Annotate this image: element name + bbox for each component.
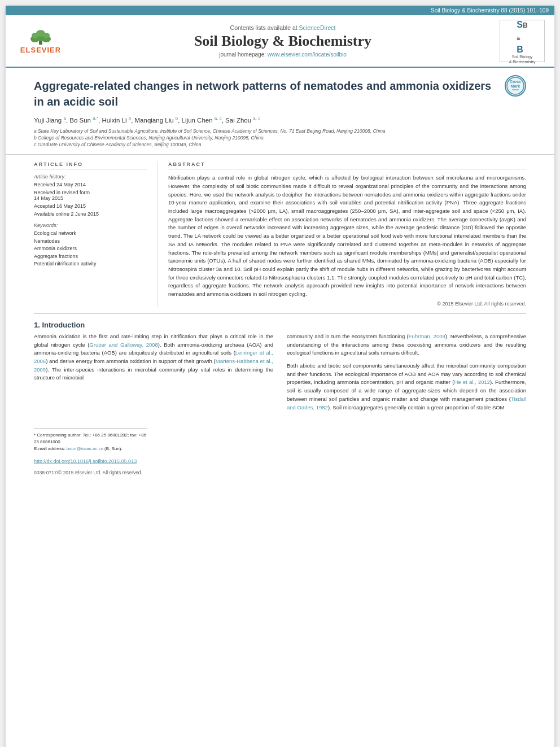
- ref-tisdall[interactable]: Tisdall and Oades, 1982: [287, 396, 526, 410]
- svg-text:Mark: Mark: [511, 84, 520, 88]
- doi-section: http://dx.doi.org/10.1016/j.soilbio.2015…: [34, 455, 526, 465]
- logo-letters: SB & B: [517, 18, 527, 55]
- issn-section: 0038-0717/© 2015 Elsevier Ltd. All right…: [34, 466, 526, 477]
- journal-title: Soil Biology & Biochemistry: [75, 32, 491, 50]
- doi-link[interactable]: http://dx.doi.org/10.1016/j.soilbio.2015…: [34, 458, 137, 464]
- contents-label: Contents lists available at: [230, 24, 298, 31]
- affiliation-b: b College of Resources and Environmental…: [34, 135, 499, 142]
- ref-he[interactable]: He et al., 2012: [454, 379, 490, 385]
- issn-text: 0038-0717/© 2015 Elsevier Ltd. All right…: [34, 470, 142, 475]
- sciencedirect-link[interactable]: ScienceDirect: [299, 24, 336, 31]
- received-date: Received 24 May 2014: [34, 182, 147, 187]
- footnote-divider: * Corresponding author. Tel.: +86 25 868…: [34, 429, 147, 452]
- intro-left-col: Ammonia oxidation is the first and rate-…: [34, 333, 280, 412]
- svg-point-6: [43, 33, 50, 38]
- ref-martens[interactable]: Martens-Habbena et al., 2009: [34, 358, 273, 373]
- elsevier-tree-icon: [24, 28, 58, 46]
- intro-section-title: 1. Introduction: [34, 321, 526, 329]
- footnote-corresponding: * Corresponding author. Tel.: +86 25 868…: [34, 432, 147, 445]
- copyright-line: © 2015 Elsevier Ltd. All rights reserved…: [168, 301, 526, 307]
- ref-fuhrman[interactable]: Fuhrman, 2009: [409, 333, 445, 339]
- article-title: Aggregate-related changes in network pat…: [34, 78, 499, 110]
- intro-body: Ammonia oxidation is the first and rate-…: [6, 333, 554, 412]
- article-header: Aggregate-related changes in network pat…: [6, 68, 554, 155]
- journal-citation: Soil Biology & Biochemistry 88 (2015) 10…: [431, 7, 549, 14]
- elsevier-branding: ELSEVIER: [12, 28, 69, 54]
- journal-logo-subtext: Soil Biology& Biochemistry: [509, 55, 536, 64]
- intro-para1: Ammonia oxidation is the first and rate-…: [34, 333, 273, 382]
- intro-right-col: community and in turn the ecosystem func…: [280, 333, 526, 412]
- journal-logo-box-container: SB & B Soil Biology& Biochemistry: [497, 20, 548, 62]
- crossmark-icon: Cross Mark: [505, 75, 526, 97]
- ref-gruber[interactable]: Gruber and Galloway, 2008: [89, 342, 158, 348]
- intro-para3: Both abiotic and biotic soil components …: [287, 362, 526, 412]
- crossmark-badge: Cross Mark: [505, 75, 526, 97]
- elsevier-logo-text: ELSEVIER: [20, 46, 61, 54]
- sciencedirect-link-line: Contents lists available at ScienceDirec…: [75, 24, 491, 31]
- section-divider: [34, 313, 526, 314]
- article-history-label: Article history:: [34, 174, 147, 180]
- email-link[interactable]: bsun@issas.ac.cn: [67, 446, 103, 451]
- authors-line: Yuji Jiang a, Bo Sun a,*, Huixin Li b, M…: [34, 115, 499, 125]
- accepted-date: Accepted 16 May 2015: [34, 203, 147, 209]
- affiliations: a State Key Laboratory of Soil and Susta…: [34, 128, 499, 148]
- abstract-label: Abstract: [168, 161, 526, 169]
- homepage-label: journal homepage:: [219, 51, 266, 58]
- affiliation-c: c Graduate University of Chinese Academy…: [34, 142, 499, 148]
- affiliation-a: a State Key Laboratory of Soil and Susta…: [34, 128, 499, 135]
- intro-section: 1. Introduction: [6, 321, 554, 329]
- article-info-abstract: Article Info Article history: Received 2…: [6, 161, 554, 307]
- svg-text:Cross: Cross: [510, 80, 521, 84]
- available-date: Available online 2 June 2015: [34, 211, 147, 217]
- abstract-col: Abstract Nitrification plays a central r…: [158, 161, 526, 307]
- homepage-line: journal homepage: www.elsevier.com/locat…: [75, 51, 491, 58]
- keywords-section: Keywords: Ecological network Nematodes A…: [34, 222, 147, 268]
- abstract-text: Nitrification plays a central role in gl…: [168, 174, 526, 299]
- footnote-area: * Corresponding author. Tel.: +86 25 868…: [6, 429, 554, 477]
- footnote-email: E-mail address: bsun@issas.ac.cn (B. Sun…: [34, 445, 147, 452]
- journal-header: ELSEVIER Contents lists available at Sci…: [6, 15, 554, 68]
- revised-date: Received in revised form 14 May 2015: [34, 190, 147, 201]
- article-info-col: Article Info Article history: Received 2…: [34, 161, 158, 307]
- svg-point-5: [32, 33, 38, 38]
- journal-header-center: Contents lists available at ScienceDirec…: [75, 24, 491, 57]
- top-bar: Soil Biology & Biochemistry 88 (2015) 10…: [6, 6, 554, 15]
- page: Soil Biology & Biochemistry 88 (2015) 10…: [6, 6, 554, 747]
- journal-logo-box: SB & B Soil Biology& Biochemistry: [500, 20, 545, 62]
- homepage-link[interactable]: www.elsevier.com/locate/soilbio: [268, 51, 347, 58]
- article-info-label: Article Info: [34, 161, 147, 169]
- intro-para2: community and in turn the ecosystem func…: [287, 333, 526, 357]
